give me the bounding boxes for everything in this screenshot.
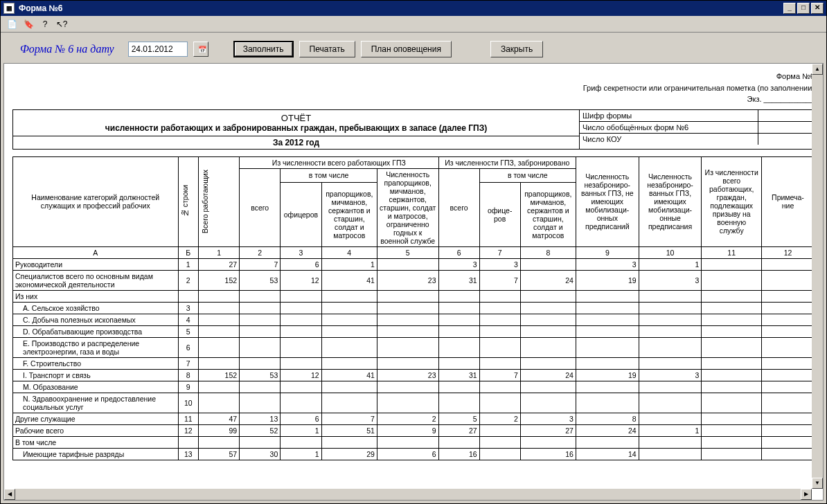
col-group2: Из численности ГПЗ, забронировано	[438, 156, 576, 168]
cell	[479, 314, 520, 325]
date-picker-button[interactable]: 📅	[193, 42, 208, 57]
table-row: I. Транспорт и связь81525312412331724193	[13, 369, 815, 381]
row-number: 5	[178, 325, 199, 337]
cell	[199, 393, 240, 413]
header-block: ОТЧЁТ численности работающих и заброниро…	[12, 109, 815, 150]
cell	[377, 381, 438, 393]
cell: 152	[199, 270, 240, 290]
cell	[479, 381, 520, 393]
page-icon[interactable]: 📄	[6, 19, 17, 30]
cell	[520, 381, 576, 393]
cell: 24	[576, 424, 639, 436]
cell	[702, 393, 762, 413]
cell	[576, 325, 639, 337]
cell	[199, 357, 240, 369]
table-row: D. Обрабатывающие производства5	[13, 325, 815, 337]
plan-button[interactable]: План оповещения	[361, 41, 452, 57]
row-label: Другие служащие	[13, 413, 179, 424]
cell	[639, 413, 702, 424]
app-icon: ▦	[3, 3, 15, 14]
cell	[377, 302, 438, 314]
cell	[702, 258, 762, 270]
report-title-3: За 2012 год	[13, 136, 579, 149]
cell	[576, 290, 639, 302]
pointer-icon[interactable]: ↖?	[56, 19, 67, 30]
cell: 6	[281, 258, 321, 270]
cell	[199, 325, 240, 337]
scroll-down-button[interactable]: ▼	[812, 478, 823, 489]
cell	[240, 325, 281, 337]
cell	[281, 436, 321, 448]
maximize-button[interactable]: □	[797, 3, 810, 14]
cell	[639, 393, 702, 413]
cell: 6	[377, 448, 438, 460]
cell	[479, 337, 520, 357]
cell: 13	[240, 413, 281, 424]
cell	[639, 448, 702, 460]
report-viewport[interactable]: Форма №6 Гриф секретности или ограничите…	[3, 63, 824, 501]
window-buttons: _ □ ✕	[783, 3, 824, 14]
bookmark-icon[interactable]: 🔖	[23, 19, 34, 30]
cell	[702, 424, 762, 436]
cell	[438, 302, 479, 314]
header-right-3: Экз. ____________	[12, 93, 815, 105]
table-row: В том числе	[13, 436, 815, 448]
horizontal-scrollbar[interactable]: ◀ ▶	[4, 489, 812, 500]
col-g2-officers: офице- ров	[479, 182, 520, 246]
cell	[321, 357, 377, 369]
cell: 19	[576, 369, 639, 381]
cell	[281, 337, 321, 357]
row-label: F. Строительство	[13, 357, 179, 369]
row-number: 12	[178, 424, 199, 436]
header-right-1: Форма №6	[12, 71, 815, 82]
cell	[281, 381, 321, 393]
scroll-left-button[interactable]: ◀	[4, 489, 15, 500]
scroll-up-button[interactable]: ▲	[812, 64, 823, 75]
col-g1-total: всего	[240, 168, 281, 246]
col-g2-total: всего	[438, 168, 479, 246]
cell: 19	[576, 270, 639, 290]
row-label: Специалистов всего по основным видам эко…	[13, 270, 179, 290]
cell	[438, 357, 479, 369]
row-number: 7	[178, 357, 199, 369]
cell	[438, 337, 479, 357]
cell	[240, 337, 281, 357]
row-number: 1	[178, 258, 199, 270]
help-icon[interactable]: ?	[39, 19, 51, 30]
report-title-block: ОТЧЁТ численности работающих и заброниро…	[13, 110, 580, 149]
cell	[438, 436, 479, 448]
cell	[479, 424, 520, 436]
close-form-button[interactable]: Закрыть	[490, 41, 543, 57]
cell	[702, 436, 762, 448]
header-right-2: Гриф секретности или ограничительная пом…	[12, 82, 815, 94]
fill-button[interactable]: Заполнить	[233, 41, 294, 57]
report-table: Наименование категорий должностей служащ…	[12, 156, 815, 460]
cell	[479, 302, 520, 314]
cell	[281, 393, 321, 413]
cell	[702, 369, 762, 381]
cell	[479, 325, 520, 337]
cell: 8	[576, 413, 639, 424]
cell	[761, 314, 814, 325]
table-row: N. Здравоохранение и предоставление соци…	[13, 393, 815, 413]
cell	[240, 436, 281, 448]
date-input[interactable]	[128, 42, 188, 57]
col-g2-prap: прапорщиков, мичманов, сержантов и старш…	[520, 182, 576, 246]
cell: 31	[438, 369, 479, 381]
cell	[761, 325, 814, 337]
cell: 2	[377, 413, 438, 424]
cell	[281, 357, 321, 369]
minimize-button[interactable]: _	[783, 3, 796, 14]
cell	[761, 302, 814, 314]
cell	[240, 393, 281, 413]
cell: 1	[281, 448, 321, 460]
scroll-right-button[interactable]: ▶	[801, 489, 812, 500]
cell	[377, 337, 438, 357]
cell: 51	[321, 424, 377, 436]
cell	[576, 337, 639, 357]
vertical-scrollbar[interactable]: ▲ ▼	[812, 64, 823, 489]
col-g1-prap: прапорщиков, мичманов, сержантов и старш…	[321, 182, 377, 246]
table-row: Специалистов всего по основным видам эко…	[13, 270, 815, 290]
print-button[interactable]: Печатать	[299, 41, 355, 57]
close-button[interactable]: ✕	[811, 3, 824, 14]
